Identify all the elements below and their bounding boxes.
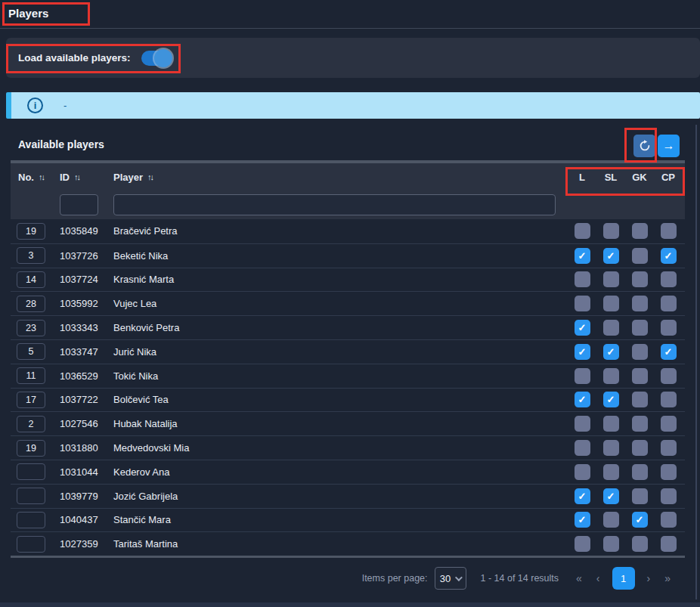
jersey-number-input[interactable] xyxy=(17,271,45,288)
column-header-player[interactable]: Player ↑↓ xyxy=(108,172,568,183)
items-per-page-label: Items per page: xyxy=(362,573,428,584)
checkbox-cp[interactable] xyxy=(661,392,677,407)
player-name: Vujec Lea xyxy=(108,298,568,309)
checkbox-gk[interactable] xyxy=(632,344,648,360)
checkbox-sl[interactable] xyxy=(603,320,619,336)
checkbox-gk[interactable] xyxy=(632,223,648,239)
checkbox-sl[interactable] xyxy=(603,416,619,432)
paginator: Items per page: 30 1 - 14 of 14 results … xyxy=(11,557,679,599)
checkbox-l[interactable] xyxy=(575,512,590,528)
jersey-number-input[interactable] xyxy=(17,463,45,480)
table-row: 1031044 Kederov Ana xyxy=(11,460,685,484)
checkbox-sl[interactable] xyxy=(603,536,619,552)
checkbox-l[interactable] xyxy=(575,344,590,360)
sort-icon[interactable]: ↑↓ xyxy=(74,172,79,181)
checkbox-cp[interactable] xyxy=(661,296,677,311)
load-players-label: Load available players: xyxy=(18,52,131,63)
first-page-button[interactable]: « xyxy=(574,572,584,584)
table-row: 1033747 Jurić Nika xyxy=(11,339,685,364)
column-header-id[interactable]: ID ↑↓ xyxy=(54,172,108,183)
checkbox-sl[interactable] xyxy=(603,271,619,287)
checkbox-gk[interactable] xyxy=(632,296,648,311)
checkbox-l[interactable] xyxy=(575,223,590,239)
checkbox-sl[interactable] xyxy=(603,488,619,504)
table-row: 1031880 Medvedovski Mia xyxy=(11,435,685,460)
next-page-button[interactable]: › xyxy=(645,572,653,584)
player-name: Kederov Ana xyxy=(108,466,568,478)
items-per-page-select[interactable]: 30 xyxy=(435,567,466,590)
jersey-number-input[interactable] xyxy=(17,343,45,360)
checkbox-cp[interactable] xyxy=(661,223,677,239)
results-text: 1 - 14 of 14 results xyxy=(481,573,559,584)
checkbox-l[interactable] xyxy=(575,296,590,311)
jersey-number-input[interactable] xyxy=(17,367,45,384)
jersey-number-input[interactable] xyxy=(17,536,45,553)
jersey-number-input[interactable] xyxy=(17,296,45,312)
checkbox-gk[interactable] xyxy=(632,440,648,456)
checkbox-sl[interactable] xyxy=(603,512,619,528)
checkbox-gk[interactable] xyxy=(632,536,648,552)
sort-icon[interactable]: ↑↓ xyxy=(147,172,153,181)
jersey-number-input[interactable] xyxy=(17,392,45,408)
checkbox-cp[interactable] xyxy=(661,488,677,504)
checkbox-cp[interactable] xyxy=(661,344,677,360)
checkbox-cp[interactable] xyxy=(661,248,677,264)
checkbox-cp[interactable] xyxy=(661,416,677,432)
jersey-number-input[interactable] xyxy=(17,440,45,457)
checkbox-l[interactable] xyxy=(575,320,590,336)
jersey-number-input[interactable] xyxy=(17,223,45,240)
checkbox-gk[interactable] xyxy=(632,464,648,480)
refresh-button[interactable] xyxy=(633,135,655,157)
player-id: 1039779 xyxy=(54,491,108,502)
player-filter-input[interactable] xyxy=(113,194,556,215)
checkbox-l[interactable] xyxy=(575,488,590,504)
checkbox-gk[interactable] xyxy=(632,320,648,336)
player-id: 1031880 xyxy=(54,442,108,454)
checkbox-sl[interactable] xyxy=(603,368,619,384)
forward-button[interactable]: → xyxy=(658,135,680,157)
jersey-number-input[interactable] xyxy=(17,488,45,504)
table-row: 1033343 Benković Petra xyxy=(11,315,685,339)
checkbox-sl[interactable] xyxy=(603,223,619,239)
checkbox-cp[interactable] xyxy=(661,320,677,336)
load-players-toggle[interactable] xyxy=(141,51,170,66)
scrollbar[interactable] xyxy=(695,125,697,599)
checkbox-cp[interactable] xyxy=(661,440,677,456)
sort-icon[interactable]: ↑↓ xyxy=(39,172,44,181)
checkbox-cp[interactable] xyxy=(661,271,677,287)
checkbox-l[interactable] xyxy=(575,392,590,407)
checkbox-gk[interactable] xyxy=(632,512,648,528)
checkbox-l[interactable] xyxy=(575,440,590,456)
id-filter-input[interactable] xyxy=(60,194,98,215)
checkbox-sl[interactable] xyxy=(603,296,619,311)
checkbox-sl[interactable] xyxy=(603,440,619,456)
column-header-no[interactable]: No. ↑↓ xyxy=(11,172,54,183)
checkbox-sl[interactable] xyxy=(603,248,619,264)
checkbox-gk[interactable] xyxy=(632,392,648,407)
checkbox-l[interactable] xyxy=(575,416,590,432)
checkbox-sl[interactable] xyxy=(603,464,619,480)
page-1-button[interactable]: 1 xyxy=(612,567,635,590)
checkbox-cp[interactable] xyxy=(661,512,677,528)
last-page-button[interactable]: » xyxy=(662,572,673,584)
checkbox-gk[interactable] xyxy=(632,416,648,432)
checkbox-sl[interactable] xyxy=(603,392,619,407)
checkbox-gk[interactable] xyxy=(632,248,648,264)
checkbox-cp[interactable] xyxy=(661,464,677,480)
checkbox-l[interactable] xyxy=(575,248,590,264)
jersey-number-input[interactable] xyxy=(17,247,45,264)
checkbox-l[interactable] xyxy=(575,464,590,480)
checkbox-gk[interactable] xyxy=(632,368,648,384)
jersey-number-input[interactable] xyxy=(17,416,45,432)
checkbox-cp[interactable] xyxy=(661,368,677,384)
checkbox-l[interactable] xyxy=(575,271,590,287)
checkbox-gk[interactable] xyxy=(632,488,648,504)
prev-page-button[interactable]: ‹ xyxy=(594,572,602,584)
checkbox-l[interactable] xyxy=(575,368,590,384)
jersey-number-input[interactable] xyxy=(17,320,45,336)
checkbox-cp[interactable] xyxy=(661,536,677,552)
checkbox-sl[interactable] xyxy=(603,344,619,360)
checkbox-l[interactable] xyxy=(575,536,590,552)
checkbox-gk[interactable] xyxy=(632,271,648,287)
jersey-number-input[interactable] xyxy=(17,512,45,528)
